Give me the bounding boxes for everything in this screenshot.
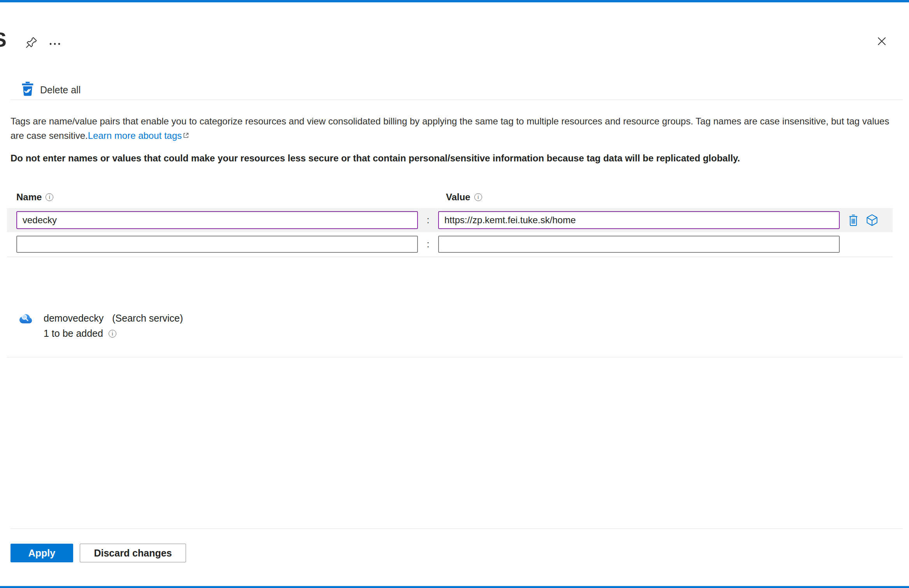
delete-tag-row-button[interactable] [848, 213, 859, 227]
blade-title-partial: S [0, 28, 7, 51]
resource-name-line: demovedecky(Search service) [44, 313, 183, 324]
tag-value-input-1[interactable] [438, 211, 840, 229]
close-icon [876, 42, 887, 48]
delete-all-checked-trash-icon [21, 82, 34, 98]
pin-icon [25, 44, 38, 50]
resource-type: (Search service) [112, 313, 183, 324]
value-info-icon[interactable]: i [474, 193, 482, 201]
apply-button[interactable]: Apply [11, 544, 73, 562]
tag-value-input-2[interactable] [438, 236, 840, 253]
more-options-button[interactable] [47, 40, 62, 49]
name-value-separator: : [418, 215, 438, 226]
trash-icon [848, 222, 858, 228]
external-link-icon [183, 128, 190, 143]
command-bar-divider [11, 100, 903, 100]
command-bar: Delete all [21, 80, 909, 100]
grid-bottom-divider [7, 256, 893, 257]
tag-name-input-2[interactable] [16, 236, 418, 253]
tag-row-1: : [7, 208, 893, 232]
pending-changes-text: 1 to be added [44, 328, 103, 339]
more-ellipsis-icon [49, 41, 61, 47]
tag-editor-grid: : [7, 208, 893, 256]
resource-summary: demovedecky(Search service) 1 to be adde… [16, 312, 909, 339]
discard-changes-button[interactable]: Discard changes [80, 544, 186, 562]
resource-pending-line: 1 to be added i [44, 328, 183, 339]
name-value-separator: : [418, 239, 438, 250]
tags-warning: Do not enter names or values that could … [11, 151, 902, 165]
resource-name: demovedecky [44, 313, 104, 324]
tag-resource-cube-button[interactable] [865, 213, 879, 228]
name-info-icon[interactable]: i [46, 193, 53, 201]
cloud-search-icon [16, 312, 33, 339]
tags-description: Tags are name/value pairs that enable yo… [11, 114, 902, 143]
value-column-header: Value [446, 192, 470, 203]
empty-area [0, 357, 909, 528]
name-column-header: Name [16, 192, 42, 203]
learn-more-link[interactable]: Learn more about tags [88, 130, 182, 141]
delete-all-button[interactable]: Delete all [21, 82, 81, 98]
cube-icon [865, 222, 879, 228]
footer-actions: Apply Discard changes [11, 544, 909, 562]
tag-row-2: : [7, 232, 893, 256]
tag-name-input-1[interactable] [16, 211, 418, 229]
tag-column-headers: Name i Value i [7, 191, 909, 203]
bottom-accent-bar [0, 586, 909, 588]
delete-all-label: Delete all [40, 84, 81, 96]
blade-header: S [0, 2, 909, 52]
pending-info-icon[interactable]: i [109, 330, 116, 338]
pin-button[interactable] [23, 34, 40, 52]
close-blade-button[interactable] [875, 34, 889, 49]
footer-divider [11, 528, 903, 529]
